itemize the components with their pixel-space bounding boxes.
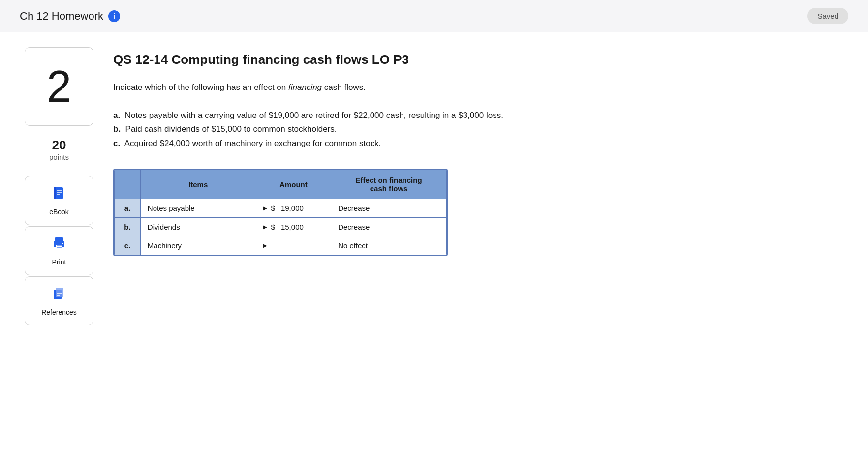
list-item-b: b. Paid cash dividends of $15,000 to com…	[113, 122, 848, 137]
print-button[interactable]: Print	[25, 226, 93, 275]
print-icon	[52, 236, 66, 254]
points-label: points	[49, 153, 69, 161]
item-b-letter: b.	[113, 124, 123, 134]
amount-b-value: 15,000	[281, 223, 304, 231]
question-title: QS 12-14 Computing financing cash flows …	[113, 52, 848, 67]
col-header-amount: Amount	[256, 170, 331, 199]
row-c-item: Machinery	[140, 236, 256, 255]
answer-table: Items Amount Effect on financingcash flo…	[113, 169, 448, 256]
question-text-prefix: Indicate which of the following has an e…	[113, 83, 288, 92]
references-label: References	[41, 308, 77, 316]
references-button[interactable]: References	[25, 276, 93, 325]
svg-rect-1	[54, 187, 56, 199]
row-b-amount: ▶ $ 15,000	[256, 218, 331, 236]
dollar-a: $	[271, 204, 275, 212]
sidebar: 2 20 points eBook	[20, 47, 98, 456]
ebook-label: eBook	[49, 208, 69, 216]
row-a-item: Notes payable	[140, 199, 256, 218]
list-item-c: c. Acquired $24,000 worth of machinery i…	[113, 137, 848, 151]
points-value: 20	[49, 138, 69, 153]
question-text-italic: financing	[288, 83, 322, 92]
dollar-b: $	[271, 223, 275, 231]
list-item-a: a. Notes payable with a carrying value o…	[113, 109, 848, 123]
item-a-text: Notes payable with a carrying value of $…	[125, 111, 503, 120]
item-c-letter: c.	[113, 139, 123, 148]
content-area: QS 12-14 Computing financing cash flows …	[113, 47, 848, 456]
main-content: 2 20 points eBook	[0, 32, 868, 468]
item-c-text: Acquired $24,000 worth of machinery in e…	[124, 139, 381, 148]
print-label: Print	[52, 258, 66, 266]
col-header-items: Items	[140, 170, 256, 199]
book-icon	[52, 186, 66, 204]
points-section: 20 points	[49, 138, 69, 161]
item-a-letter: a.	[113, 111, 123, 120]
saved-badge: Saved	[807, 8, 848, 24]
triangle-a: ▶	[263, 205, 267, 211]
question-text-suffix: cash flows.	[322, 83, 366, 92]
row-a-amount: ▶ $ 19,000	[256, 199, 331, 218]
row-c-amount: ▶	[256, 236, 331, 255]
triangle-b: ▶	[263, 224, 267, 230]
info-icon[interactable]: i	[108, 10, 120, 22]
page-title: Ch 12 Homework	[20, 10, 103, 23]
header-left: Ch 12 Homework i	[20, 10, 120, 23]
amount-a-value: 19,000	[281, 204, 304, 212]
table-row-a: a. Notes payable ▶ $ 19,000 Decrease	[115, 199, 447, 218]
ebook-button[interactable]: eBook	[25, 176, 93, 225]
row-c-effect: No effect	[331, 236, 447, 255]
row-c-letter: c.	[115, 236, 141, 255]
header: Ch 12 Homework i Saved	[0, 0, 868, 32]
triangle-c: ▶	[263, 243, 267, 248]
table-row-c: c. Machinery ▶ No effect	[115, 236, 447, 255]
item-b-text: Paid cash dividends of $15,000 to common…	[125, 124, 337, 134]
table-row-b: b. Dividends ▶ $ 15,000 Decrease	[115, 218, 447, 236]
row-a-effect: Decrease	[331, 199, 447, 218]
copy-icon	[52, 286, 66, 304]
question-number-box: 2	[25, 47, 93, 126]
question-text: Indicate which of the following has an e…	[113, 81, 848, 94]
col-header-effect: Effect on financingcash flows	[331, 170, 447, 199]
items-list: a. Notes payable with a carrying value o…	[113, 109, 848, 151]
row-b-effect: Decrease	[331, 218, 447, 236]
row-a-letter: a.	[115, 199, 141, 218]
svg-rect-8	[62, 243, 63, 244]
col-header-blank	[115, 170, 141, 199]
row-b-item: Dividends	[140, 218, 256, 236]
question-number: 2	[47, 64, 71, 109]
svg-rect-7	[56, 245, 62, 249]
row-b-letter: b.	[115, 218, 141, 236]
